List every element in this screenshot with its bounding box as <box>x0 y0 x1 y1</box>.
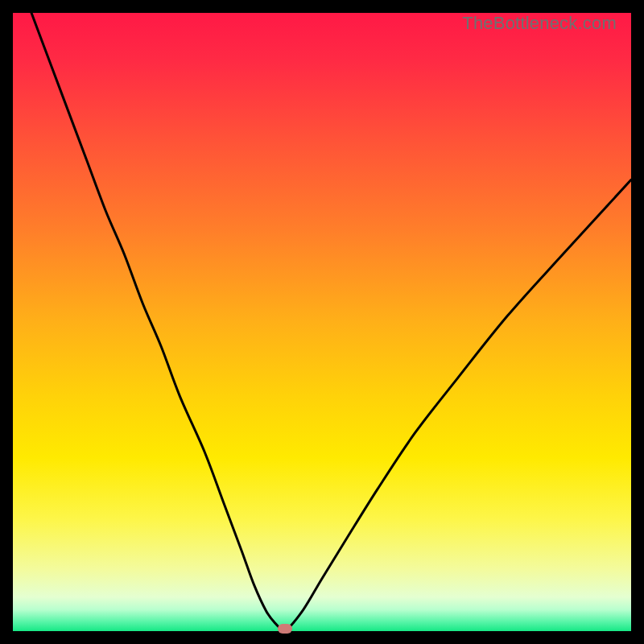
chart-frame: TheBottleneck.com <box>13 13 631 631</box>
bottleneck-chart <box>13 13 631 631</box>
watermark-text: TheBottleneck.com <box>462 13 617 34</box>
optimal-point-marker <box>278 624 292 634</box>
gradient-background <box>13 13 631 631</box>
